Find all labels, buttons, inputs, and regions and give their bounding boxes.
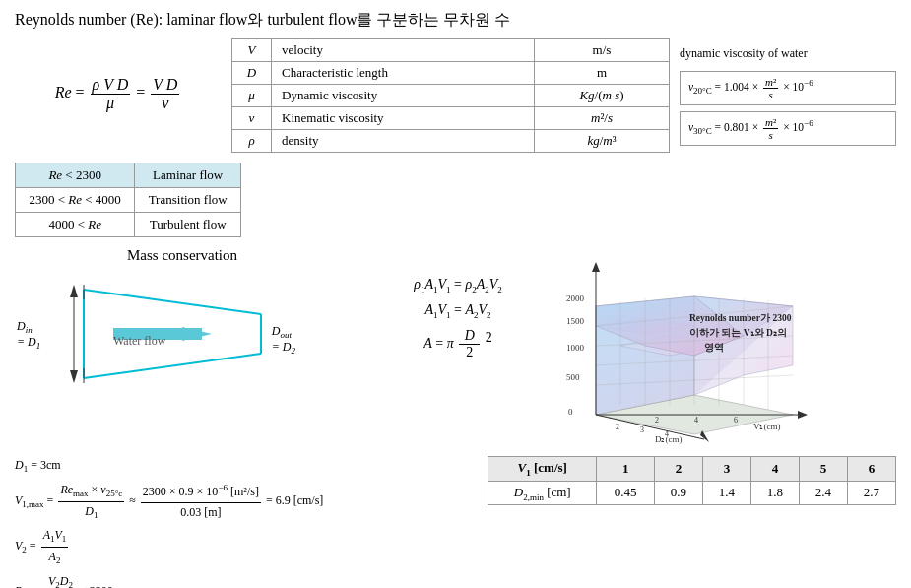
var-symbol: V (232, 39, 272, 62)
equations-box: ρ1A1V1 = ρ2A2V2 A1V1 = A2V2 A = π D 2 2 (359, 247, 556, 360)
svg-text:2: 2 (655, 416, 659, 425)
svg-marker-43 (798, 411, 808, 419)
flow-condition: 4000 < Re (16, 213, 135, 237)
svg-text:6: 6 (734, 416, 738, 425)
flow-table: Re < 2300 Laminar flow 2300 < Re < 4000 … (15, 163, 241, 237)
d-out-label: Dout= D2 (272, 324, 295, 357)
results-data-row: D2,min [cm] 0.45 0.9 1.4 1.8 2.4 2.7 (488, 481, 896, 505)
svg-text:0: 0 (568, 407, 573, 417)
mass-conservation-title: Mass conservation (15, 247, 350, 264)
var-name: density (272, 130, 535, 153)
svg-line-1 (84, 290, 261, 314)
flow-type: Turbulent flow (135, 213, 241, 237)
diagram-area: Din= D1 (15, 270, 350, 398)
var-unit: m (534, 62, 669, 85)
viscosity-20c: ν20°C = 1.004 × m²s × 10−6 (680, 71, 896, 105)
re-label: Re = (55, 84, 89, 100)
var-name: Characteristic length (272, 62, 535, 85)
v1-col-4: 4 (750, 457, 799, 482)
svg-text:2: 2 (616, 423, 619, 431)
var-symbol: μ (232, 85, 272, 107)
svg-text:V₁(cm): V₁(cm) (753, 422, 781, 431)
svg-marker-30 (592, 262, 600, 272)
var-unit: m²/s (534, 107, 669, 130)
d2min-5: 2.4 (799, 481, 847, 505)
var-unit: kg/m³ (534, 130, 669, 153)
table-row: μ Dynamic viscosity Kg/(m s) (232, 85, 670, 107)
d2min-2: 0.9 (655, 481, 703, 505)
svg-text:3: 3 (640, 425, 644, 434)
var-name: Kinematic viscosity (272, 107, 535, 130)
viscosity-box: dynamic viscosity of water ν20°C = 1.004… (680, 38, 896, 153)
svg-text:이하가 되는 V₁와 D₂의: 이하가 되는 V₁와 D₂의 (689, 328, 787, 338)
d2min-3: 1.4 (702, 481, 750, 505)
svg-text:1000: 1000 (566, 343, 585, 353)
table-row: V velocity m/s (232, 39, 670, 62)
svg-marker-9 (70, 285, 78, 297)
var-name: Dynamic viscosity (272, 85, 535, 107)
equals-sign: = (136, 84, 149, 100)
d-in-label: Din= D1 (17, 319, 40, 352)
flow-condition: Re < 2300 (16, 163, 135, 188)
calculations-box: D1 = 3cm V1,max = Remax × ν25°c D1 ≈ 230… (15, 456, 468, 588)
table-row: ρ density kg/m³ (232, 130, 670, 153)
3d-graph-area: 0 500 1000 1500 2000 D₂(cm) 2 3 4 V₁(cm)… (566, 247, 896, 448)
vd-nu-fraction: V D ν (151, 76, 179, 112)
calc-re2: Re2 = V2D2 ν < 2300 (15, 572, 468, 588)
d2min-6: 2.7 (847, 481, 895, 505)
reynolds-3d-graph: 0 500 1000 1500 2000 D₂(cm) 2 3 4 V₁(cm)… (566, 247, 822, 444)
results-header-row: V1 [cm/s] 1 2 3 4 5 6 (488, 457, 896, 482)
svg-text:500: 500 (566, 372, 580, 382)
svg-text:영역: 영역 (704, 343, 724, 353)
results-table-box: V1 [cm/s] 1 2 3 4 5 6 D2,min [cm] 0.45 0… (488, 456, 896, 588)
flow-type: Laminar flow (135, 163, 241, 188)
v1-header: V1 [cm/s] (488, 457, 597, 482)
eq1: ρ1A1V1 = ρ2A2V2 (414, 277, 502, 294)
viscosity-title: dynamic viscosity of water (680, 46, 896, 61)
eq3: A = π D 2 2 (423, 328, 492, 360)
var-symbol: ρ (232, 130, 272, 153)
d2min-1: 0.45 (597, 481, 655, 505)
var-name: velocity (272, 39, 535, 62)
v1-col-6: 6 (847, 457, 895, 482)
svg-text:4: 4 (694, 416, 698, 425)
mass-conservation-diagram: Mass conservation Din= D1 (15, 247, 350, 402)
rho-vd-mu-fraction: ρ V D μ (91, 76, 131, 112)
flow-diagram-svg (44, 280, 310, 398)
var-unit: Kg/(m s) (534, 85, 669, 107)
flow-type: Transition flow (135, 188, 241, 213)
svg-text:1500: 1500 (566, 316, 585, 326)
calc-v2: V2 = A1V1 A2 (15, 526, 468, 568)
svg-marker-10 (70, 370, 78, 383)
v1-col-1: 1 (597, 457, 655, 482)
calc-v1max: V1,max = Remax × ν25°c D1 ≈ 2300 × 0.9 ×… (15, 481, 468, 523)
flow-condition: 2300 < Re < 4000 (16, 188, 135, 213)
viscosity-30c: ν30°C = 0.801 × m²s × 10−6 (680, 111, 896, 146)
water-flow-text: Water flow (113, 334, 165, 349)
table-row: D Characteristic length m (232, 62, 670, 85)
flow-table-row-laminar: Re < 2300 Laminar flow (16, 163, 241, 188)
svg-text:2000: 2000 (566, 294, 585, 303)
table-row: ν Kinematic viscosity m²/s (232, 107, 670, 130)
var-symbol: ν (232, 107, 272, 130)
page-title: Reynolds number (Re): laminar flow와 turb… (15, 10, 896, 31)
eq2: A1V1 = A2V2 (424, 302, 490, 320)
var-unit: m/s (534, 39, 669, 62)
formula-box: Re = ρ V D μ = V D ν (15, 38, 222, 153)
svg-line-2 (84, 354, 261, 378)
middle-section: Mass conservation Din= D1 (15, 247, 896, 448)
flow-table-row-turbulent: 4000 < Re Turbulent flow (16, 213, 241, 237)
calc-d1: D1 = 3cm (15, 456, 468, 477)
svg-text:Reynolds number가 2300: Reynolds number가 2300 (689, 313, 792, 323)
d2min-4: 1.8 (750, 481, 799, 505)
svg-text:4: 4 (665, 429, 669, 438)
v1-col-5: 5 (799, 457, 847, 482)
d2min-header: D2,min [cm] (488, 481, 597, 505)
v1-col-3: 3 (702, 457, 750, 482)
variables-table: V velocity m/s D Characteristic length m… (231, 38, 670, 153)
results-table: V1 [cm/s] 1 2 3 4 5 6 D2,min [cm] 0.45 0… (488, 456, 896, 505)
var-symbol: D (232, 62, 272, 85)
flow-table-row-transition: 2300 < Re < 4000 Transition flow (16, 188, 241, 213)
bottom-section: D1 = 3cm V1,max = Remax × ν25°c D1 ≈ 230… (15, 456, 896, 588)
v1-col-2: 2 (655, 457, 703, 482)
